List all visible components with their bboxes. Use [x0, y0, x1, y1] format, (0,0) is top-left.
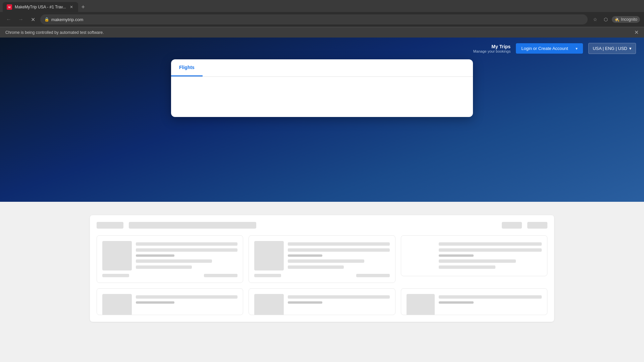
lower-section [0, 202, 644, 362]
skeleton-thumb-6 [407, 294, 435, 315]
incognito-label: Incognito [621, 17, 637, 22]
reload-button[interactable]: ✕ [28, 15, 38, 24]
locale-label: USA | ENG | USD [593, 46, 627, 51]
skeleton-item-2 [249, 235, 395, 283]
skeleton-line-accent-2 [288, 254, 322, 257]
skeleton-item-5-top [254, 294, 389, 315]
skeleton-header-label-1 [97, 222, 123, 229]
skeleton-line-2-1 [288, 242, 389, 246]
skeleton-bottom-right-1 [204, 274, 237, 277]
skeleton-thumb-5 [254, 294, 284, 315]
skeleton-lines-2 [288, 241, 389, 270]
skeleton-line-2-2 [288, 248, 389, 252]
browser-actions: ☆ ⬡ 🕵 Incognito [590, 15, 640, 24]
skeleton-item-6-top [407, 294, 542, 315]
skeleton-line-2-4 [288, 265, 344, 269]
back-button[interactable]: ← [4, 15, 13, 24]
forward-button[interactable]: → [16, 15, 25, 24]
skeleton-line-1-4 [136, 265, 192, 269]
tab-close-button[interactable]: ✕ [69, 4, 74, 10]
skeleton-item-6 [401, 288, 547, 315]
skeleton-item-4-top [102, 294, 237, 315]
skeleton-header-label-2 [129, 222, 256, 229]
locale-button[interactable]: USA | ENG | USD ▾ [588, 43, 636, 54]
locale-dropdown-arrow: ▾ [629, 46, 632, 51]
skeleton-item-3-wrapper [401, 235, 547, 283]
tab-flights[interactable]: Flights [171, 59, 203, 76]
tab-bar: M MakeMyTrip USA - #1 Trav... ✕ + [0, 0, 644, 12]
skeleton-line-accent-3 [439, 254, 474, 257]
search-tabs: Flights [171, 59, 473, 77]
skeleton-line-6-1 [439, 295, 542, 299]
skeleton-item-2-top [254, 241, 389, 270]
skeleton-item-2-bottom [254, 274, 389, 277]
skeleton-line-1-3 [136, 259, 212, 263]
skeleton-lines-6 [439, 294, 542, 315]
skeleton-bottom-right-2 [356, 274, 390, 277]
my-trips-button[interactable]: My Trips Manage your bookings [473, 44, 511, 53]
incognito-icon: 🕵 [614, 17, 620, 22]
close-automation-button[interactable]: ✕ [634, 29, 639, 36]
skeleton-bottom-left-1 [102, 274, 129, 277]
search-card-container: Flights [0, 59, 644, 117]
skeleton-header [97, 222, 547, 229]
skeleton-line-3-4 [439, 265, 495, 269]
skeleton-lines-5 [288, 294, 389, 315]
incognito-badge: 🕵 Incognito [612, 16, 640, 23]
active-tab[interactable]: M MakeMyTrip USA - #1 Trav... ✕ [3, 2, 78, 12]
login-dropdown-arrow: ▾ [576, 46, 578, 51]
skeleton-line-3-3 [439, 259, 516, 263]
skeleton-item-1-top [102, 241, 237, 270]
skeleton-line-1-2 [136, 248, 237, 252]
skeleton-item-5 [249, 288, 395, 315]
skeleton-item-1 [97, 235, 243, 283]
bookmark-button[interactable]: ☆ [590, 15, 600, 24]
skeleton-thumb-2 [254, 241, 284, 270]
my-trips-label: My Trips [491, 44, 511, 49]
skeleton-item-3-top [407, 241, 542, 270]
skeleton-thumb-4 [102, 294, 132, 315]
login-button[interactable]: Login or Create Account ▾ [516, 43, 583, 54]
site-header: My Trips Manage your bookings Login or C… [0, 38, 644, 59]
extension-button[interactable]: ⬡ [601, 15, 610, 24]
skeleton-line-accent-4 [136, 301, 174, 304]
skeleton-line-accent-5 [288, 301, 322, 304]
skeleton-line-accent-6 [439, 301, 474, 304]
skeleton-thumb-1 [102, 241, 132, 270]
login-label: Login or Create Account [521, 46, 568, 51]
skeleton-bottom-left-2 [254, 274, 281, 277]
card-grid-row-1 [97, 235, 547, 283]
address-bar[interactable]: 🔒 makemytrip.com [40, 14, 588, 24]
favicon: M [7, 4, 12, 10]
skeleton-item-1-bottom [102, 274, 237, 277]
skeleton-line-1-1 [136, 242, 237, 246]
skeleton-thumb-3 [407, 241, 435, 270]
search-card: Flights [171, 59, 473, 117]
skeleton-lines-4 [136, 294, 237, 315]
skeleton-item-3 [401, 235, 547, 276]
skeleton-line-2-3 [288, 259, 364, 263]
skeleton-line-3-1 [439, 242, 542, 246]
skeleton-item-4 [97, 288, 243, 315]
hero-section: My Trips Manage your bookings Login or C… [0, 38, 644, 202]
skeleton-header-action-2 [527, 222, 547, 229]
lock-icon: 🔒 [44, 17, 49, 22]
skeleton-line-4-1 [136, 295, 237, 299]
skeleton-lines-1 [136, 241, 237, 270]
address-bar-row: ← → ✕ 🔒 makemytrip.com ☆ ⬡ 🕵 Incognito [0, 12, 644, 27]
skeleton-lines-3 [439, 241, 542, 270]
new-tab-button[interactable]: + [78, 2, 88, 12]
skeleton-card [90, 215, 554, 322]
skeleton-line-3-2 [439, 248, 542, 252]
tab-title: MakeMyTrip USA - #1 Trav... [15, 5, 66, 9]
automation-message: Chrome is being controlled by automated … [5, 30, 104, 35]
my-trips-sublabel: Manage your bookings [473, 49, 511, 53]
skeleton-line-accent-1 [136, 254, 174, 257]
skeleton-line-5-1 [288, 295, 389, 299]
automation-bar: Chrome is being controlled by automated … [0, 27, 644, 38]
search-body [171, 77, 473, 117]
card-grid-row-2 [97, 288, 547, 315]
url-display: makemytrip.com [51, 17, 584, 22]
website-content: My Trips Manage your bookings Login or C… [0, 38, 644, 362]
skeleton-header-action-1 [502, 222, 522, 229]
